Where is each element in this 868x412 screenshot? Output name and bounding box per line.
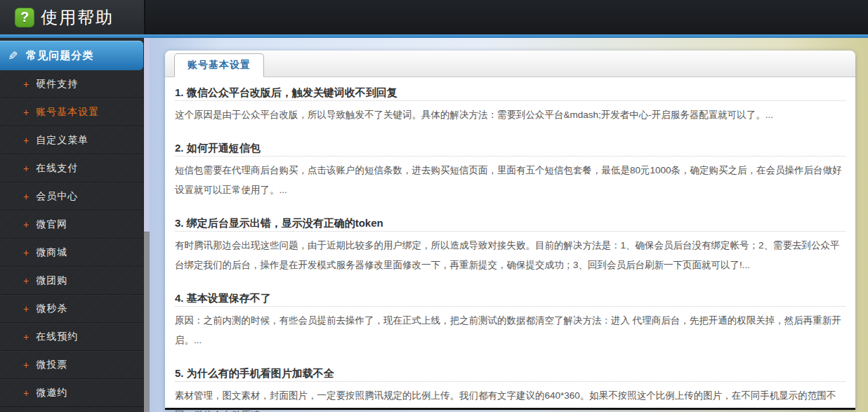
- sidebar-item-7[interactable]: + 微团购: [0, 267, 144, 295]
- help-question-mark-icon: ?: [15, 8, 34, 27]
- sidebar-header-label: 常见问题分类: [26, 49, 93, 62]
- sidebar-item-label: 微商城: [36, 246, 67, 259]
- tab-account-basic-settings[interactable]: 账号基本设置: [174, 53, 264, 77]
- tab-strip: 账号基本设置: [165, 51, 855, 77]
- sidebar-item-label: 微团购: [36, 274, 67, 287]
- faq-answer-preview: 短信包需要在代理商后台购买，点击该账户的短信条数，进去购买短信页面，里面有五个短…: [175, 161, 846, 200]
- faq-answer-preview: 原因：之前内测的时候，有些会员提前去操作了，现在正式上线，把之前测试的数据都清空…: [175, 311, 846, 350]
- topbar: ? 使用帮助: [0, 0, 868, 34]
- sidebar-header: ✎ 常见问题分类: [0, 41, 143, 70]
- plus-icon: +: [23, 275, 29, 286]
- faq-item: 2. 如何开通短信包 短信包需要在代理商后台购买，点击该账户的短信条数，进去购买…: [175, 125, 846, 200]
- plus-icon: +: [23, 191, 29, 202]
- sidebar-item-label: 微秒杀: [36, 303, 67, 315]
- faq-list: 1. 微信公众平台改版后，触发关键词收不到回复 这个原因是由于公众平台改版，所以…: [165, 77, 855, 412]
- scrollbar-thumb[interactable]: [144, 232, 150, 412]
- faq-question-title[interactable]: 5. 为什么有的手机看图片加载不全: [175, 350, 846, 382]
- sidebar-item-label: 微投票: [36, 359, 67, 371]
- sidebar-item-label: 在线预约: [36, 331, 78, 343]
- faq-question-title[interactable]: 1. 微信公众平台改版后，触发关键词收不到回复: [175, 77, 846, 101]
- topbar-spacer: [145, 0, 868, 34]
- sidebar-item-label: 在线支付: [36, 162, 78, 175]
- faq-answer-preview: 这个原因是由于公众平台改版，所以导致触发不了关键词。具体的解决方法：需要到公众平…: [175, 105, 846, 125]
- sidebar-item-label: 会员中心: [36, 190, 78, 203]
- sidebar-item-10[interactable]: + 微投票: [0, 351, 144, 379]
- sidebar-item-4[interactable]: + 会员中心: [0, 182, 144, 211]
- sidebar: ✎ 常见问题分类 + 硬件支持 + 账号基本设置 + 自定义菜单 + 在线支付 …: [0, 38, 144, 412]
- question-mark-glyph: ?: [20, 9, 29, 25]
- plus-icon: +: [23, 359, 29, 371]
- sidebar-item-label: 自定义菜单: [36, 134, 88, 147]
- faq-question-title[interactable]: 4. 基本设置保存不了: [175, 275, 846, 307]
- plus-icon: +: [23, 387, 29, 399]
- topbar-brand: ? 使用帮助: [0, 0, 145, 34]
- sidebar-item-11[interactable]: + 微邀约: [0, 379, 144, 407]
- sidebar-item-label: 账号基本设置: [36, 106, 99, 119]
- sidebar-item-5[interactable]: + 微官网: [0, 211, 144, 239]
- sidebar-item-label: 硬件支持: [36, 78, 78, 91]
- faq-answer-preview: 有时腾讯那边会出现这些问题，由于近期比较多的用户绑定，所以造成导致对接失败。目前…: [175, 236, 846, 275]
- sidebar-item-label: 微邀约: [36, 387, 67, 399]
- plus-icon: +: [23, 303, 29, 314]
- sidebar-item-label: 微官网: [36, 218, 67, 231]
- sidebar-menu: + 硬件支持 + 账号基本设置 + 自定义菜单 + 在线支付 + 会员中心 + …: [0, 70, 144, 407]
- faq-question-title[interactable]: 2. 如何开通短信包: [175, 125, 846, 157]
- sidebar-item-3[interactable]: + 在线支付: [0, 154, 144, 182]
- faq-item: 5. 为什么有的手机看图片加载不全 素材管理，图文素材，封面图片，一定要按照腾讯…: [175, 350, 846, 412]
- sidebar-item-1[interactable]: + 账号基本设置: [0, 98, 144, 126]
- faq-panel: 账号基本设置 1. 微信公众平台改版后，触发关键词收不到回复 这个原因是由于公众…: [165, 51, 855, 410]
- plus-icon: +: [23, 107, 29, 118]
- sidebar-item-6[interactable]: + 微商城: [0, 239, 144, 267]
- sidebar-item-8[interactable]: + 微秒杀: [0, 295, 144, 323]
- plus-icon: +: [23, 247, 29, 258]
- plus-icon: +: [23, 79, 29, 90]
- plus-icon: +: [23, 135, 29, 146]
- faq-item: 4. 基本设置保存不了 原因：之前内测的时候，有些会员提前去操作了，现在正式上线…: [175, 275, 846, 350]
- content-area: 账号基本设置 1. 微信公众平台改版后，触发关键词收不到回复 这个原因是由于公众…: [150, 38, 868, 412]
- faq-question-title[interactable]: 3. 绑定后台显示出错，显示没有正确的token: [175, 200, 846, 232]
- plus-icon: +: [23, 163, 29, 174]
- sidebar-item-0[interactable]: + 硬件支持: [0, 70, 144, 98]
- plus-icon: +: [23, 331, 29, 343]
- faq-item: 3. 绑定后台显示出错，显示没有正确的token 有时腾讯那边会出现这些问题，由…: [175, 200, 846, 275]
- vertical-scrollbar[interactable]: [144, 38, 150, 412]
- page-title: 使用帮助: [41, 6, 114, 29]
- faq-answer-preview: 素材管理，图文素材，封面图片，一定要按照腾讯规定的比例上传。我们都有文字建议的6…: [175, 386, 846, 412]
- sidebar-item-9[interactable]: + 在线预约: [0, 323, 144, 351]
- faq-item: 1. 微信公众平台改版后，触发关键词收不到回复 这个原因是由于公众平台改版，所以…: [175, 77, 846, 125]
- plus-icon: +: [23, 219, 29, 230]
- pencil-icon: ✎: [5, 50, 20, 60]
- sidebar-item-2[interactable]: + 自定义菜单: [0, 126, 144, 154]
- app-root: ? 使用帮助 ✎ 常见问题分类 + 硬件支持 + 账号基本设置 + 自定义菜单 …: [0, 0, 868, 412]
